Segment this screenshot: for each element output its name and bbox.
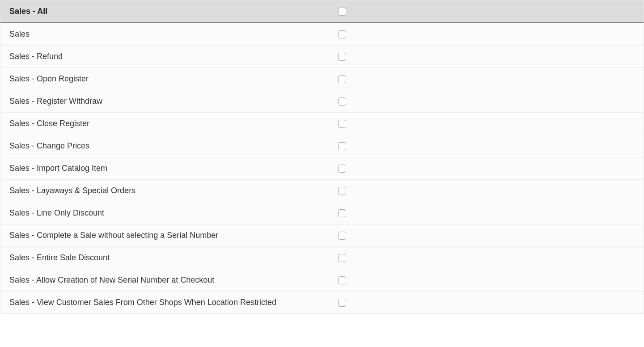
permission-row: Sales - Layaways & Special Orders — [0, 180, 644, 202]
permission-label: Sales - Entire Sale Discount — [9, 253, 338, 262]
permissions-header-checkbox[interactable] — [338, 8, 346, 16]
permission-checkbox[interactable] — [338, 254, 346, 262]
permission-label: Sales - Change Prices — [9, 141, 338, 151]
permission-row: Sales - View Customer Sales From Other S… — [0, 292, 644, 313]
permission-checkbox[interactable] — [338, 232, 346, 240]
permission-label: Sales - Close Register — [9, 119, 338, 128]
permission-checkbox[interactable] — [338, 30, 346, 38]
permissions-header-row: Sales - All — [0, 0, 644, 23]
permission-label: Sales - Refund — [9, 52, 338, 61]
permission-checkbox[interactable] — [338, 187, 346, 195]
permission-label: Sales - Complete a Sale without selectin… — [9, 231, 338, 240]
permission-checkbox[interactable] — [338, 276, 346, 284]
permission-checkbox[interactable] — [338, 209, 346, 217]
permission-row: Sales - Allow Creation of New Serial Num… — [0, 269, 644, 292]
permissions-table: Sales - All SalesSales - RefundSales - O… — [0, 0, 644, 314]
permission-row: Sales - Import Catalog Item — [0, 157, 644, 180]
permissions-header-label: Sales - All — [9, 7, 338, 16]
permission-label: Sales - Open Register — [9, 74, 338, 84]
permission-row: Sales - Entire Sale Discount — [0, 247, 644, 269]
permission-label: Sales - View Customer Sales From Other S… — [9, 298, 338, 307]
permission-row: Sales - Line Only Discount — [0, 202, 644, 224]
permission-checkbox[interactable] — [338, 53, 346, 61]
permission-row: Sales — [0, 23, 644, 46]
permission-label: Sales - Allow Creation of New Serial Num… — [9, 275, 338, 285]
permission-row: Sales - Complete a Sale without selectin… — [0, 224, 644, 247]
permission-row: Sales - Register Withdraw — [0, 90, 644, 113]
permission-row: Sales - Close Register — [0, 113, 644, 135]
permission-checkbox[interactable] — [338, 75, 346, 83]
permission-row: Sales - Refund — [0, 46, 644, 68]
permission-row: Sales - Open Register — [0, 68, 644, 90]
permission-label: Sales - Register Withdraw — [9, 97, 338, 106]
permission-label: Sales — [9, 30, 338, 39]
permission-checkbox[interactable] — [338, 299, 346, 307]
permission-checkbox[interactable] — [338, 97, 346, 106]
permission-checkbox[interactable] — [338, 120, 346, 128]
permission-row: Sales - Change Prices — [0, 135, 644, 157]
permission-checkbox[interactable] — [338, 165, 346, 173]
permission-checkbox[interactable] — [338, 142, 346, 150]
permission-label: Sales - Layaways & Special Orders — [9, 186, 338, 195]
permission-label: Sales - Line Only Discount — [9, 208, 338, 218]
permission-label: Sales - Import Catalog Item — [9, 164, 338, 173]
